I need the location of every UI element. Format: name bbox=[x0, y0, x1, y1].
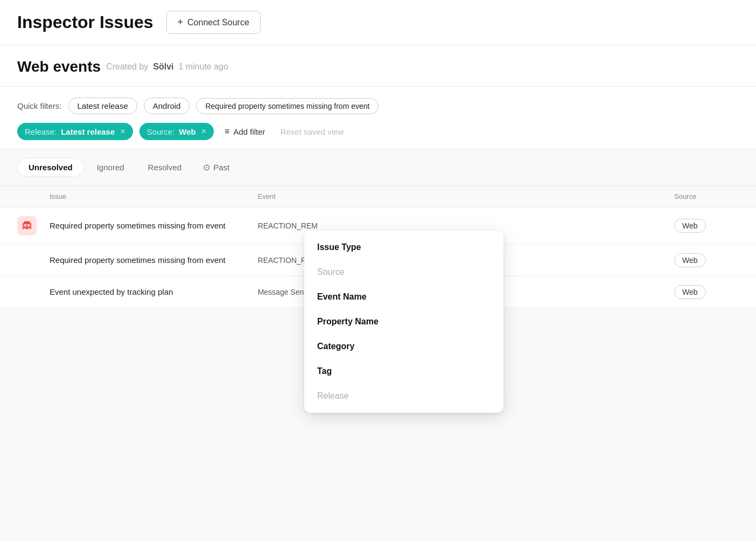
active-filters-row: Release: Latest release × Source: Web × … bbox=[17, 123, 739, 149]
page-title: Inspector Issues bbox=[17, 12, 153, 32]
created-by-label: Created by bbox=[106, 62, 148, 71]
source-badge: Web bbox=[674, 285, 706, 299]
col-source: Source bbox=[674, 192, 739, 200]
quick-filters-row: Quick filters: Latest release Android Re… bbox=[17, 98, 739, 114]
filter-dropdown-menu[interactable]: Issue Type Source Event Name Property Na… bbox=[304, 231, 503, 413]
table-header: Issue Event Source bbox=[0, 186, 756, 207]
source-badge: Web bbox=[674, 253, 706, 267]
category-label: Category bbox=[317, 342, 354, 351]
tab-past-label: Past bbox=[213, 163, 229, 172]
tabs-row: Unresolved Ignored Resolved ⊙ Past bbox=[0, 149, 756, 186]
connect-source-button[interactable]: + Connect Source bbox=[166, 11, 261, 34]
tab-ignored[interactable]: Ignored bbox=[86, 158, 135, 176]
reset-view-label: Reset saved view bbox=[281, 127, 344, 136]
svg-rect-5 bbox=[27, 224, 30, 226]
plus-icon: + bbox=[178, 17, 184, 28]
filter-icon: ≡ bbox=[225, 127, 229, 136]
dropdown-item-category[interactable]: Category bbox=[304, 334, 503, 359]
col-icon bbox=[17, 192, 50, 200]
source-filter-label: Source: bbox=[147, 127, 175, 136]
tag-label: Tag bbox=[317, 366, 332, 376]
dropdown-item-release[interactable]: Release bbox=[304, 384, 503, 408]
project-name: Web events bbox=[17, 58, 101, 75]
tab-past[interactable]: ⊙ Past bbox=[194, 158, 238, 177]
release-filter-tag[interactable]: Release: Latest release × bbox=[17, 123, 133, 140]
dropdown-item-event-name[interactable]: Event Name bbox=[304, 285, 503, 309]
project-name-row: Web events Created by Sölvi 1 minute ago bbox=[17, 58, 739, 75]
release-filter-close-icon[interactable]: × bbox=[120, 127, 125, 136]
svg-rect-1 bbox=[24, 221, 30, 224]
svg-point-2 bbox=[24, 228, 26, 230]
event-name: REACTION_REM bbox=[258, 221, 466, 230]
quick-filter-chip-android[interactable]: Android bbox=[144, 98, 190, 114]
connect-source-label: Connect Source bbox=[187, 18, 249, 27]
tab-resolved-label: Resolved bbox=[148, 163, 182, 172]
col-event: Event bbox=[258, 192, 466, 200]
reset-saved-view-button[interactable]: Reset saved view bbox=[276, 127, 348, 136]
dropdown-item-source[interactable]: Source bbox=[304, 260, 503, 285]
time-ago: 1 minute ago bbox=[178, 62, 228, 71]
col-empty bbox=[466, 192, 674, 200]
source-filter-tag[interactable]: Source: Web × bbox=[139, 123, 214, 140]
dropdown-item-tag[interactable]: Tag bbox=[304, 359, 503, 384]
clock-icon: ⊙ bbox=[203, 162, 210, 172]
release-label: Release bbox=[317, 391, 349, 400]
issue-type-label: Issue Type bbox=[317, 242, 361, 252]
issue-description: Event unexpected by tracking plan bbox=[50, 286, 258, 299]
release-filter-value: Latest release bbox=[61, 127, 115, 136]
tab-ignored-label: Ignored bbox=[97, 163, 124, 172]
issue-type-icon bbox=[17, 216, 37, 235]
tab-unresolved[interactable]: Unresolved bbox=[17, 158, 84, 177]
author-name: Sölvi bbox=[153, 62, 173, 71]
filters-section: Quick filters: Latest release Android Re… bbox=[0, 87, 756, 149]
dropdown-item-property-name[interactable]: Property Name bbox=[304, 309, 503, 334]
quick-filter-chip-latest-release[interactable]: Latest release bbox=[68, 98, 137, 114]
quick-filter-chip-required-property[interactable]: Required property sometimes missing from… bbox=[196, 98, 379, 114]
release-filter-label: Release: bbox=[25, 127, 57, 136]
source-cell: Web bbox=[674, 253, 739, 267]
col-issue: Issue bbox=[50, 192, 258, 200]
add-filter-button[interactable]: ≡ Add filter bbox=[220, 127, 270, 136]
event-name-label: Event Name bbox=[317, 292, 367, 301]
tab-resolved[interactable]: Resolved bbox=[137, 158, 193, 176]
property-name-label: Property Name bbox=[317, 317, 379, 326]
tab-unresolved-label: Unresolved bbox=[29, 163, 73, 172]
svg-point-3 bbox=[29, 228, 30, 230]
project-sub-header: Web events Created by Sölvi 1 minute ago bbox=[0, 45, 756, 87]
source-badge: Web bbox=[674, 219, 706, 233]
quick-filters-label: Quick filters: bbox=[17, 101, 62, 110]
source-cell: Web bbox=[674, 285, 739, 299]
dropdown-item-issue-type[interactable]: Issue Type bbox=[304, 235, 503, 260]
project-meta: Created by Sölvi 1 minute ago bbox=[106, 62, 228, 72]
add-filter-label: Add filter bbox=[233, 127, 265, 136]
issue-description: Required property sometimes missing from… bbox=[50, 220, 258, 232]
page-header: Inspector Issues + Connect Source bbox=[0, 0, 756, 45]
source-cell: Web bbox=[674, 219, 739, 233]
issue-description: Required property sometimes missing from… bbox=[50, 254, 258, 267]
source-filter-close-icon[interactable]: × bbox=[201, 127, 206, 136]
svg-rect-4 bbox=[24, 224, 27, 226]
source-label: Source bbox=[317, 267, 345, 276]
source-filter-value: Web bbox=[179, 127, 195, 136]
row-icon-cell bbox=[17, 216, 50, 235]
bus-icon bbox=[21, 220, 33, 232]
